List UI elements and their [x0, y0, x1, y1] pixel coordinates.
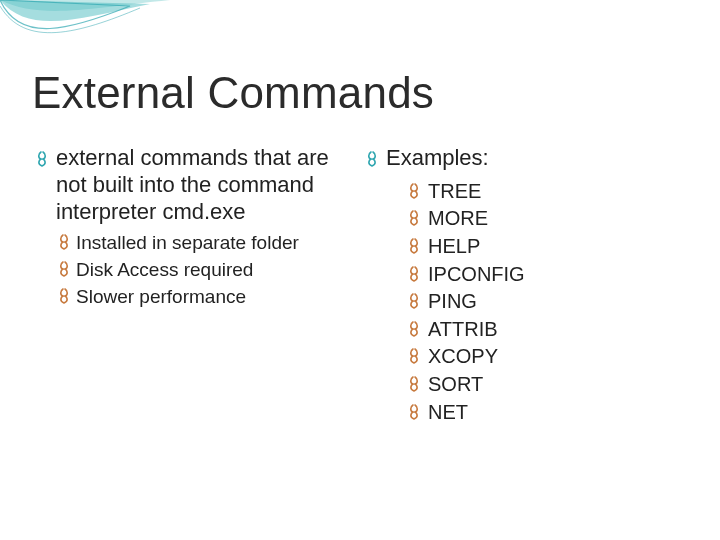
right-heading: Examples: — [364, 145, 686, 172]
bullet-icon — [56, 287, 72, 312]
bullet-icon — [56, 260, 72, 285]
slide: External Commands external commands that… — [0, 0, 720, 540]
example-item: TREE — [406, 178, 686, 206]
bullet-icon — [406, 235, 422, 263]
example-text: NET — [428, 401, 468, 423]
right-heading-text: Examples: — [386, 145, 489, 170]
bullet-icon — [406, 318, 422, 346]
left-sub-item: Installed in separate folder — [56, 231, 356, 256]
example-item: PING — [406, 288, 686, 316]
left-sub-text: Installed in separate folder — [76, 232, 299, 253]
bullet-icon — [364, 148, 380, 175]
example-text: MORE — [428, 207, 488, 229]
bullet-icon — [406, 373, 422, 401]
bullet-icon — [56, 233, 72, 258]
left-main-point: external commands that are not built int… — [34, 145, 356, 225]
bullet-icon — [34, 148, 50, 175]
example-text: HELP — [428, 235, 480, 257]
bullet-icon — [406, 290, 422, 318]
bullet-icon — [406, 345, 422, 373]
left-sub-text: Disk Access required — [76, 259, 253, 280]
bullet-icon — [406, 180, 422, 208]
corner-decoration — [0, 0, 170, 58]
bullet-icon — [406, 401, 422, 429]
left-sub-item: Disk Access required — [56, 258, 356, 283]
left-column: external commands that are not built int… — [34, 145, 356, 426]
example-item: SORT — [406, 371, 686, 399]
example-item: ATTRIB — [406, 316, 686, 344]
example-item: IPCONFIG — [406, 261, 686, 289]
example-item: XCOPY — [406, 343, 686, 371]
example-text: TREE — [428, 180, 481, 202]
example-item: HELP — [406, 233, 686, 261]
slide-title: External Commands — [32, 68, 434, 118]
example-text: SORT — [428, 373, 483, 395]
content-columns: external commands that are not built int… — [34, 145, 686, 426]
right-column: Examples: TREE MORE HELP IPCONFIG PING A… — [364, 145, 686, 426]
example-text: IPCONFIG — [428, 263, 525, 285]
example-text: PING — [428, 290, 477, 312]
bullet-icon — [406, 207, 422, 235]
example-item: NET — [406, 399, 686, 427]
example-item: MORE — [406, 205, 686, 233]
example-text: ATTRIB — [428, 318, 498, 340]
bullet-icon — [406, 263, 422, 291]
example-text: XCOPY — [428, 345, 498, 367]
left-sub-text: Slower performance — [76, 286, 246, 307]
left-sub-item: Slower performance — [56, 285, 356, 310]
left-main-text: external commands that are not built int… — [56, 145, 329, 224]
